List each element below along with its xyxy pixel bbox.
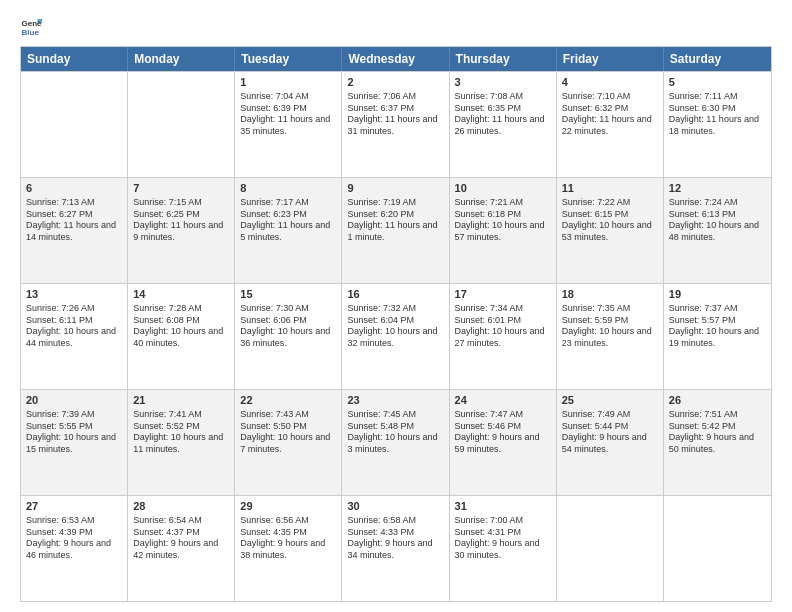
calendar-cell: 25Sunrise: 7:49 AM Sunset: 5:44 PM Dayli… [557,390,664,495]
calendar-cell: 5Sunrise: 7:11 AM Sunset: 6:30 PM Daylig… [664,72,771,177]
cell-info: Sunrise: 7:32 AM Sunset: 6:04 PM Dayligh… [347,303,443,350]
calendar-cell: 18Sunrise: 7:35 AM Sunset: 5:59 PM Dayli… [557,284,664,389]
day-number: 20 [26,393,122,408]
calendar-cell: 21Sunrise: 7:41 AM Sunset: 5:52 PM Dayli… [128,390,235,495]
day-number: 27 [26,499,122,514]
day-number: 7 [133,181,229,196]
day-header-sunday: Sunday [21,47,128,71]
cell-info: Sunrise: 6:53 AM Sunset: 4:39 PM Dayligh… [26,515,122,562]
calendar-cell: 10Sunrise: 7:21 AM Sunset: 6:18 PM Dayli… [450,178,557,283]
calendar-row-1: 1Sunrise: 7:04 AM Sunset: 6:39 PM Daylig… [21,71,771,177]
day-number: 26 [669,393,766,408]
day-number: 11 [562,181,658,196]
day-number: 4 [562,75,658,90]
cell-info: Sunrise: 7:17 AM Sunset: 6:23 PM Dayligh… [240,197,336,244]
calendar-cell: 17Sunrise: 7:34 AM Sunset: 6:01 PM Dayli… [450,284,557,389]
day-number: 19 [669,287,766,302]
day-number: 6 [26,181,122,196]
cell-info: Sunrise: 7:06 AM Sunset: 6:37 PM Dayligh… [347,91,443,138]
day-number: 3 [455,75,551,90]
calendar-cell: 28Sunrise: 6:54 AM Sunset: 4:37 PM Dayli… [128,496,235,601]
calendar-cell: 11Sunrise: 7:22 AM Sunset: 6:15 PM Dayli… [557,178,664,283]
calendar-cell: 26Sunrise: 7:51 AM Sunset: 5:42 PM Dayli… [664,390,771,495]
calendar-cell: 20Sunrise: 7:39 AM Sunset: 5:55 PM Dayli… [21,390,128,495]
day-number: 2 [347,75,443,90]
cell-info: Sunrise: 7:30 AM Sunset: 6:06 PM Dayligh… [240,303,336,350]
day-number: 5 [669,75,766,90]
day-number: 15 [240,287,336,302]
day-number: 28 [133,499,229,514]
calendar-cell: 9Sunrise: 7:19 AM Sunset: 6:20 PM Daylig… [342,178,449,283]
day-number: 24 [455,393,551,408]
cell-info: Sunrise: 7:26 AM Sunset: 6:11 PM Dayligh… [26,303,122,350]
calendar-cell: 2Sunrise: 7:06 AM Sunset: 6:37 PM Daylig… [342,72,449,177]
day-number: 1 [240,75,336,90]
cell-info: Sunrise: 7:21 AM Sunset: 6:18 PM Dayligh… [455,197,551,244]
day-header-monday: Monday [128,47,235,71]
day-number: 23 [347,393,443,408]
day-number: 18 [562,287,658,302]
day-number: 10 [455,181,551,196]
cell-info: Sunrise: 7:13 AM Sunset: 6:27 PM Dayligh… [26,197,122,244]
day-header-friday: Friday [557,47,664,71]
calendar-row-2: 6Sunrise: 7:13 AM Sunset: 6:27 PM Daylig… [21,177,771,283]
calendar-cell: 16Sunrise: 7:32 AM Sunset: 6:04 PM Dayli… [342,284,449,389]
day-number: 31 [455,499,551,514]
cell-info: Sunrise: 7:35 AM Sunset: 5:59 PM Dayligh… [562,303,658,350]
calendar-cell: 14Sunrise: 7:28 AM Sunset: 6:08 PM Dayli… [128,284,235,389]
cell-info: Sunrise: 7:51 AM Sunset: 5:42 PM Dayligh… [669,409,766,456]
cell-info: Sunrise: 7:04 AM Sunset: 6:39 PM Dayligh… [240,91,336,138]
cell-info: Sunrise: 7:11 AM Sunset: 6:30 PM Dayligh… [669,91,766,138]
cell-info: Sunrise: 6:58 AM Sunset: 4:33 PM Dayligh… [347,515,443,562]
cell-info: Sunrise: 7:41 AM Sunset: 5:52 PM Dayligh… [133,409,229,456]
calendar-cell: 31Sunrise: 7:00 AM Sunset: 4:31 PM Dayli… [450,496,557,601]
cell-info: Sunrise: 6:56 AM Sunset: 4:35 PM Dayligh… [240,515,336,562]
calendar: SundayMondayTuesdayWednesdayThursdayFrid… [20,46,772,602]
calendar-cell: 24Sunrise: 7:47 AM Sunset: 5:46 PM Dayli… [450,390,557,495]
calendar-cell: 29Sunrise: 6:56 AM Sunset: 4:35 PM Dayli… [235,496,342,601]
cell-info: Sunrise: 7:43 AM Sunset: 5:50 PM Dayligh… [240,409,336,456]
day-number: 29 [240,499,336,514]
calendar-cell: 4Sunrise: 7:10 AM Sunset: 6:32 PM Daylig… [557,72,664,177]
cell-info: Sunrise: 7:22 AM Sunset: 6:15 PM Dayligh… [562,197,658,244]
calendar-cell [128,72,235,177]
day-number: 30 [347,499,443,514]
calendar-cell: 6Sunrise: 7:13 AM Sunset: 6:27 PM Daylig… [21,178,128,283]
cell-info: Sunrise: 7:37 AM Sunset: 5:57 PM Dayligh… [669,303,766,350]
calendar-cell [664,496,771,601]
cell-info: Sunrise: 7:47 AM Sunset: 5:46 PM Dayligh… [455,409,551,456]
calendar-cell: 19Sunrise: 7:37 AM Sunset: 5:57 PM Dayli… [664,284,771,389]
calendar-cell: 15Sunrise: 7:30 AM Sunset: 6:06 PM Dayli… [235,284,342,389]
day-number: 8 [240,181,336,196]
calendar-cell: 22Sunrise: 7:43 AM Sunset: 5:50 PM Dayli… [235,390,342,495]
day-number: 9 [347,181,443,196]
calendar-cell [21,72,128,177]
cell-info: Sunrise: 7:08 AM Sunset: 6:35 PM Dayligh… [455,91,551,138]
day-number: 22 [240,393,336,408]
cell-info: Sunrise: 7:19 AM Sunset: 6:20 PM Dayligh… [347,197,443,244]
day-header-tuesday: Tuesday [235,47,342,71]
calendar-cell: 30Sunrise: 6:58 AM Sunset: 4:33 PM Dayli… [342,496,449,601]
day-number: 12 [669,181,766,196]
logo-icon: General Blue [20,16,42,38]
calendar-cell: 27Sunrise: 6:53 AM Sunset: 4:39 PM Dayli… [21,496,128,601]
logo: General Blue [20,16,46,38]
day-number: 16 [347,287,443,302]
day-number: 14 [133,287,229,302]
day-number: 21 [133,393,229,408]
day-header-wednesday: Wednesday [342,47,449,71]
calendar-cell: 1Sunrise: 7:04 AM Sunset: 6:39 PM Daylig… [235,72,342,177]
calendar-cell: 13Sunrise: 7:26 AM Sunset: 6:11 PM Dayli… [21,284,128,389]
calendar-cell [557,496,664,601]
cell-info: Sunrise: 7:45 AM Sunset: 5:48 PM Dayligh… [347,409,443,456]
cell-info: Sunrise: 7:10 AM Sunset: 6:32 PM Dayligh… [562,91,658,138]
calendar-cell: 8Sunrise: 7:17 AM Sunset: 6:23 PM Daylig… [235,178,342,283]
day-number: 17 [455,287,551,302]
cell-info: Sunrise: 7:28 AM Sunset: 6:08 PM Dayligh… [133,303,229,350]
cell-info: Sunrise: 7:39 AM Sunset: 5:55 PM Dayligh… [26,409,122,456]
calendar-header: SundayMondayTuesdayWednesdayThursdayFrid… [21,47,771,71]
calendar-body: 1Sunrise: 7:04 AM Sunset: 6:39 PM Daylig… [21,71,771,601]
day-header-saturday: Saturday [664,47,771,71]
cell-info: Sunrise: 7:15 AM Sunset: 6:25 PM Dayligh… [133,197,229,244]
cell-info: Sunrise: 7:24 AM Sunset: 6:13 PM Dayligh… [669,197,766,244]
